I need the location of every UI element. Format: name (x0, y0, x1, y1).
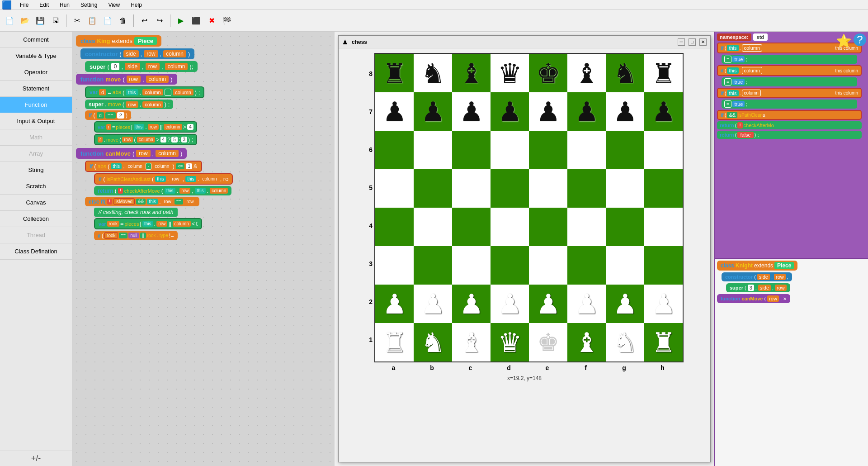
cell-c6[interactable] (452, 131, 491, 169)
chess-maximize[interactable]: □ (689, 38, 696, 46)
cell-c5[interactable] (452, 169, 491, 208)
cell-h5[interactable] (644, 169, 683, 208)
sidebar-item-thread[interactable]: Thread (0, 227, 72, 243)
cell-e5[interactable] (529, 169, 567, 208)
cell-a7[interactable]: ♟ (375, 92, 414, 131)
sidebar-item-scratch[interactable]: Scratch (0, 178, 72, 195)
cell-a5[interactable] (375, 169, 414, 208)
menu-view[interactable]: View (105, 1, 123, 9)
help-icon[interactable]: ? (854, 33, 866, 46)
menu-setting[interactable]: Setting (78, 1, 100, 9)
sidebar-item-collection[interactable]: Collection (0, 211, 72, 227)
cell-c2[interactable]: ♟ (452, 285, 491, 323)
menu-file[interactable]: File (17, 1, 31, 9)
menu-help[interactable]: Help (128, 1, 145, 9)
cell-b1[interactable]: ♞ (414, 323, 452, 361)
star-icon[interactable]: ⭐ (836, 33, 852, 48)
cell-d3[interactable] (491, 246, 529, 285)
chess-close[interactable]: ✕ (699, 38, 707, 46)
tb-new[interactable]: 📄 (3, 14, 16, 28)
tb-open[interactable]: 📂 (18, 14, 32, 28)
sidebar-item-inputoutput[interactable]: Input & Output (0, 113, 72, 129)
sidebar-item-comment[interactable]: Comment (0, 32, 72, 48)
sidebar-item-canvas[interactable]: Canvas (0, 195, 72, 211)
chess-minimize[interactable]: ─ (678, 38, 685, 46)
cell-d2[interactable]: ♟ (491, 285, 529, 323)
cell-a6[interactable] (375, 131, 414, 169)
cell-f5[interactable] (567, 169, 606, 208)
cell-e6[interactable] (529, 131, 567, 169)
cell-b6[interactable] (414, 131, 452, 169)
cell-a4[interactable] (375, 208, 414, 246)
cell-h8[interactable]: ♜ (644, 54, 683, 92)
tb-paste[interactable]: 📄 (101, 14, 114, 28)
cell-h1[interactable]: ♜ (644, 323, 683, 361)
cell-g1[interactable]: ♞ (606, 323, 644, 361)
cell-b5[interactable] (414, 169, 452, 208)
cell-d5[interactable] (491, 169, 529, 208)
cell-b8[interactable]: ♞ (414, 54, 452, 92)
sidebar-item-math[interactable]: Math (0, 129, 72, 146)
cell-b2[interactable]: ♟ (414, 285, 452, 323)
cell-a1[interactable]: ♜ (375, 323, 414, 361)
cell-a2[interactable]: ♟ (375, 285, 414, 323)
sidebar-item-classdef[interactable]: Class Defination (0, 243, 72, 260)
sidebar-item-function[interactable]: Function (0, 97, 72, 113)
cell-f6[interactable] (567, 131, 606, 169)
cell-h3[interactable] (644, 246, 683, 285)
cell-d6[interactable] (491, 131, 529, 169)
cell-b3[interactable] (414, 246, 452, 285)
cell-c1[interactable]: ♝ (452, 323, 491, 361)
cell-g2[interactable]: ♟ (606, 285, 644, 323)
cell-g6[interactable] (606, 131, 644, 169)
cell-f7[interactable]: ♟ (567, 92, 606, 131)
cell-f3[interactable] (567, 246, 606, 285)
cell-h7[interactable]: ♟ (644, 92, 683, 131)
cell-c8[interactable]: ♝ (452, 54, 491, 92)
cell-g3[interactable] (606, 246, 644, 285)
cell-e2[interactable]: ♟ (529, 285, 567, 323)
code-editor[interactable]: class King extends Piece constructor ( s… (72, 32, 335, 466)
cell-b7[interactable]: ♟ (414, 92, 452, 131)
cell-e1[interactable]: ♚ (529, 323, 567, 361)
tb-run[interactable]: ▶ (174, 14, 188, 28)
cell-c4[interactable] (452, 208, 491, 246)
cell-e8[interactable]: ♚ (529, 54, 567, 92)
cell-b4[interactable] (414, 208, 452, 246)
cell-e4[interactable] (529, 208, 567, 246)
cell-f1[interactable]: ♝ (567, 323, 606, 361)
cell-h4[interactable] (644, 208, 683, 246)
chess-board[interactable]: ♜ ♞ ♝ ♛ ♚ ♝ ♞ ♜ ♟ ♟ ♟ ♟ (374, 53, 684, 362)
cell-d1[interactable]: ♛ (491, 323, 529, 361)
cell-f2[interactable]: ♟ (567, 285, 606, 323)
cell-h6[interactable] (644, 131, 683, 169)
cell-g5[interactable] (606, 169, 644, 208)
cell-f8[interactable]: ♝ (567, 54, 606, 92)
cell-c7[interactable]: ♟ (452, 92, 491, 131)
cell-d4[interactable] (491, 208, 529, 246)
cell-h2[interactable]: ♟ (644, 285, 683, 323)
cell-a3[interactable] (375, 246, 414, 285)
cell-g7[interactable]: ♟ (606, 92, 644, 131)
tb-flag[interactable]: 🏁 (220, 14, 234, 28)
tb-cut[interactable]: ✂ (70, 14, 84, 28)
cell-f4[interactable] (567, 208, 606, 246)
menu-run[interactable]: Run (57, 1, 72, 9)
sidebar-item-variable[interactable]: Variable & Type (0, 48, 72, 64)
cell-d8[interactable]: ♛ (491, 54, 529, 92)
cell-g8[interactable]: ♞ (606, 54, 644, 92)
tb-save2[interactable]: 🖫 (49, 14, 62, 28)
tb-delete[interactable]: 🗑 (116, 14, 130, 28)
cell-c3[interactable] (452, 246, 491, 285)
cell-e3[interactable] (529, 246, 567, 285)
tb-save[interactable]: 💾 (33, 14, 47, 28)
tb-undo[interactable]: ↩ (137, 14, 151, 28)
tb-stop2[interactable]: ✖ (205, 14, 218, 28)
menu-edit[interactable]: Edit (37, 1, 52, 9)
cell-d7[interactable]: ♟ (491, 92, 529, 131)
tb-copy[interactable]: 📋 (85, 14, 99, 28)
sidebar-plus-button[interactable]: +/- (31, 454, 41, 463)
cell-g4[interactable] (606, 208, 644, 246)
tb-stop[interactable]: ⬛ (189, 14, 203, 28)
sidebar-item-array[interactable]: Array (0, 146, 72, 162)
